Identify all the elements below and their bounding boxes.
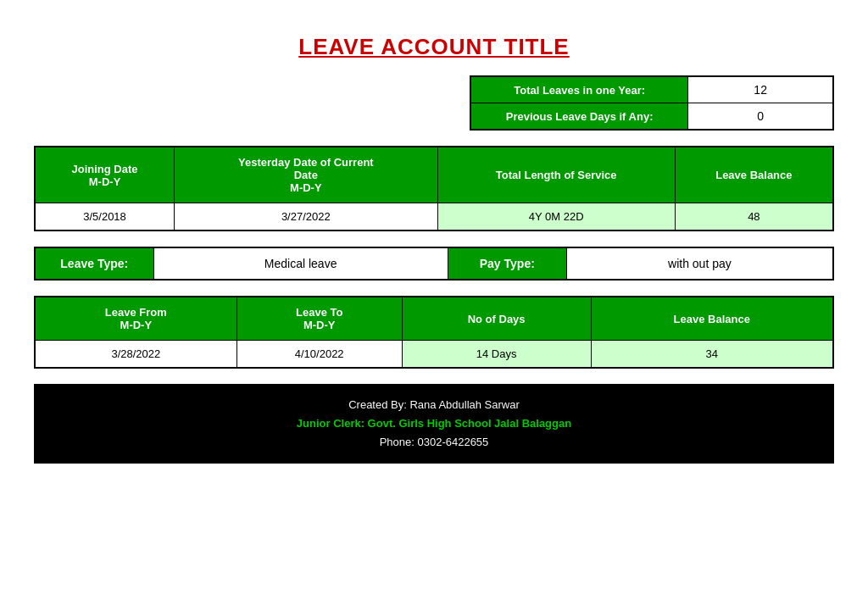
col-leave-balance: Leave Balance bbox=[675, 147, 833, 203]
col-leave-from: Leave FromM-D-Y bbox=[35, 297, 236, 341]
pay-type-value: with out pay bbox=[566, 247, 833, 280]
table-row: Leave Type: Medical leave Pay Type: with… bbox=[35, 247, 833, 280]
leave-type-table: Leave Type: Medical leave Pay Type: with… bbox=[34, 247, 834, 281]
footer-line2: Junior Clerk: Govt. Girls High School Ja… bbox=[42, 414, 826, 433]
page: LEAVE ACCOUNT TITLE Total Leaves in one … bbox=[17, 17, 851, 464]
prev-leave-label: Previous Leave Days if Any: bbox=[470, 103, 688, 131]
no-of-days-value: 14 Days bbox=[402, 341, 591, 369]
top-info-wrapper: Total Leaves in one Year: 12 Previous Le… bbox=[34, 75, 834, 131]
joining-date-value: 3/5/2018 bbox=[35, 203, 175, 231]
footer-line3: Phone: 0302-6422655 bbox=[42, 433, 826, 452]
page-title: LEAVE ACCOUNT TITLE bbox=[34, 34, 834, 60]
service-table: Joining DateM-D-Y Yesterday Date of Curr… bbox=[34, 146, 834, 231]
table-row: Previous Leave Days if Any: 0 bbox=[470, 103, 833, 131]
top-info-table: Total Leaves in one Year: 12 Previous Le… bbox=[470, 75, 834, 131]
total-leaves-value: 12 bbox=[688, 76, 833, 103]
col-total-service: Total Length of Service bbox=[437, 147, 675, 203]
prev-leave-value: 0 bbox=[688, 103, 833, 131]
dates-leave-balance-value: 34 bbox=[591, 341, 833, 369]
service-leave-balance-value: 48 bbox=[675, 203, 833, 231]
footer-line1: Created By: Rana Abdullah Sarwar bbox=[42, 396, 826, 414]
col-yesterday-date: Yesterday Date of CurrentDateM-D-Y bbox=[175, 147, 438, 203]
leave-dates-table: Leave FromM-D-Y Leave ToM-D-Y No of Days… bbox=[34, 296, 834, 369]
col-joining-date: Joining DateM-D-Y bbox=[35, 147, 175, 203]
table-row: Total Leaves in one Year: 12 bbox=[470, 76, 833, 103]
table-header-row: Leave FromM-D-Y Leave ToM-D-Y No of Days… bbox=[35, 297, 833, 341]
total-leaves-label: Total Leaves in one Year: bbox=[470, 76, 688, 103]
table-row: 3/5/2018 3/27/2022 4Y 0M 22D 48 bbox=[35, 203, 833, 231]
leave-type-value: Medical leave bbox=[153, 247, 448, 280]
leave-type-label: Leave Type: bbox=[35, 247, 153, 280]
table-header-row: Joining DateM-D-Y Yesterday Date of Curr… bbox=[35, 147, 833, 203]
col-leave-to: Leave ToM-D-Y bbox=[236, 297, 402, 341]
leave-from-value: 3/28/2022 bbox=[35, 341, 236, 369]
col-no-of-days: No of Days bbox=[402, 297, 591, 341]
footer: Created By: Rana Abdullah Sarwar Junior … bbox=[34, 384, 834, 464]
col-dates-leave-balance: Leave Balance bbox=[591, 297, 833, 341]
total-service-value: 4Y 0M 22D bbox=[437, 203, 675, 231]
pay-type-label: Pay Type: bbox=[448, 247, 566, 280]
table-row: 3/28/2022 4/10/2022 14 Days 34 bbox=[35, 341, 833, 369]
leave-to-value: 4/10/2022 bbox=[236, 341, 402, 369]
yesterday-date-value: 3/27/2022 bbox=[175, 203, 438, 231]
